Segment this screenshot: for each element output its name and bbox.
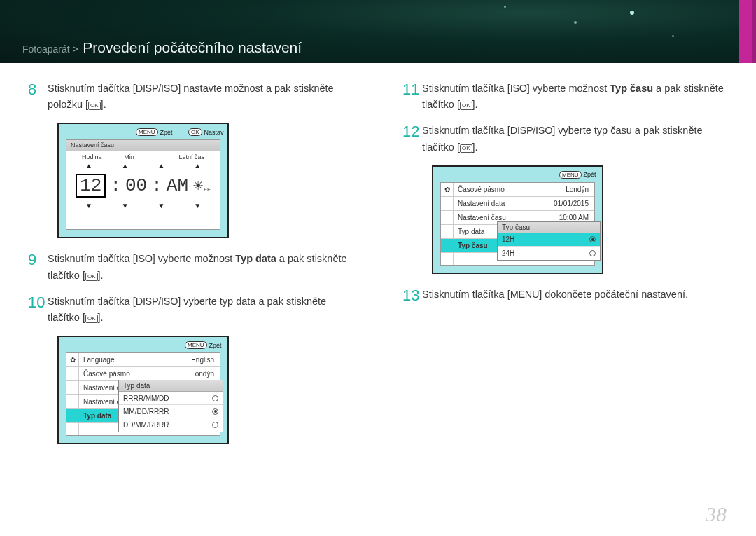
ok-icon: OK bbox=[85, 273, 98, 281]
lcd-time-type: MENUZpět ✿ Časové pásmoLondýn Nastavení … bbox=[432, 165, 603, 274]
page-title: Provedení počátečního nastavení bbox=[83, 39, 302, 55]
option-row[interactable]: RRRR/MM/DD bbox=[119, 392, 223, 405]
step-text: Stisknutím tlačítka [DISP/ISO] nastavte … bbox=[48, 81, 354, 113]
date-type-popup: Typ data RRRR/MM/DD MM/DD/RRRR DD/MM/RRR… bbox=[118, 380, 223, 432]
breadcrumb-section: Fotoaparát > bbox=[22, 43, 78, 55]
lcd-time-setting: MENUZpět OKNastav Nastavení času HodinaM… bbox=[57, 123, 229, 238]
list-row[interactable]: Časové pásmoLondýn bbox=[441, 183, 594, 197]
option-row[interactable]: 12H bbox=[498, 233, 600, 247]
step-text: Stisknutím tlačítka [DISP/ISO] vyberte t… bbox=[422, 123, 728, 155]
step-number: 13 bbox=[402, 287, 422, 305]
list-row[interactable]: Nastavení data01/01/2015 bbox=[441, 197, 594, 211]
step-text: Stisknutím tlačítka [ISO] vyberte možnos… bbox=[48, 251, 354, 283]
ok-icon: OK bbox=[85, 315, 98, 323]
ampm-value[interactable]: AM bbox=[167, 175, 188, 196]
step-number: 12 bbox=[402, 123, 422, 141]
step-10: 10 Stisknutím tlačítka [DISP/ISO] vybert… bbox=[28, 294, 354, 326]
content-area: 8 Stisknutím tlačítka [DISP/ISO] nastavt… bbox=[0, 63, 756, 457]
ok-icon: OK bbox=[460, 102, 472, 110]
down-arrow-icon: ▼ bbox=[85, 202, 92, 209]
step-number: 8 bbox=[28, 81, 48, 99]
list-row[interactable]: LanguageEnglish bbox=[66, 353, 220, 367]
time-type-popup: Typ času 12H 24H bbox=[497, 221, 601, 261]
right-column: 11 Stisknutím tlačítka [ISO] vyberte mož… bbox=[402, 81, 728, 457]
option-row[interactable]: 24H bbox=[498, 247, 600, 260]
menu-back-indicator: MENUZpět bbox=[559, 171, 596, 179]
minute-value[interactable]: 00 bbox=[125, 175, 147, 196]
lcd-date-type: MENUZpět ✿ LanguageEnglish Časové pásmoL… bbox=[57, 336, 229, 444]
step-number: 11 bbox=[402, 81, 422, 99]
step-8: 8 Stisknutím tlačítka [DISP/ISO] nastavt… bbox=[28, 81, 354, 113]
step-11: 11 Stisknutím tlačítka [ISO] vyberte mož… bbox=[402, 81, 728, 113]
step-text: Stisknutím tlačítka [DISP/ISO] vyberte t… bbox=[48, 294, 354, 326]
option-row[interactable]: MM/DD/RRRR bbox=[119, 405, 223, 418]
radio-on-icon bbox=[589, 236, 596, 242]
step-12: 12 Stisknutím tlačítka [DISP/ISO] vybert… bbox=[402, 123, 728, 155]
radio-on-icon bbox=[212, 408, 218, 415]
step-text: Stisknutím tlačítka [ISO] vyberte možnos… bbox=[422, 81, 728, 113]
step-number: 9 bbox=[28, 251, 48, 269]
step-text: Stisknutím tlačítka [MENU] dokončete poč… bbox=[422, 287, 688, 303]
ok-set-indicator: OKNastav bbox=[188, 128, 224, 136]
up-arrow-icon: ▲ bbox=[85, 162, 92, 170]
step-number: 10 bbox=[28, 294, 48, 312]
ok-icon: OK bbox=[88, 102, 101, 110]
page-header: Fotoaparát > Provedení počátečního nasta… bbox=[0, 0, 756, 63]
menu-back-indicator: MENUZpět bbox=[136, 128, 173, 136]
hour-value[interactable]: 12 bbox=[76, 174, 106, 198]
dst-off-icon[interactable]: ☀FF bbox=[192, 178, 211, 193]
ok-icon: OK bbox=[460, 144, 472, 153]
step-13: 13 Stisknutím tlačítka [MENU] dokončete … bbox=[402, 287, 728, 305]
left-column: 8 Stisknutím tlačítka [DISP/ISO] nastavt… bbox=[28, 81, 354, 457]
step-9: 9 Stisknutím tlačítka [ISO] vyberte možn… bbox=[28, 251, 354, 283]
list-row[interactable]: Časové pásmoLondýn bbox=[66, 367, 220, 381]
menu-back-indicator: MENUZpět bbox=[185, 341, 222, 349]
page-number: 38 bbox=[706, 502, 727, 526]
header-accent bbox=[739, 0, 756, 63]
lcd-title: Nastavení času bbox=[66, 140, 220, 151]
option-row[interactable]: DD/MM/RRRR bbox=[119, 418, 223, 432]
